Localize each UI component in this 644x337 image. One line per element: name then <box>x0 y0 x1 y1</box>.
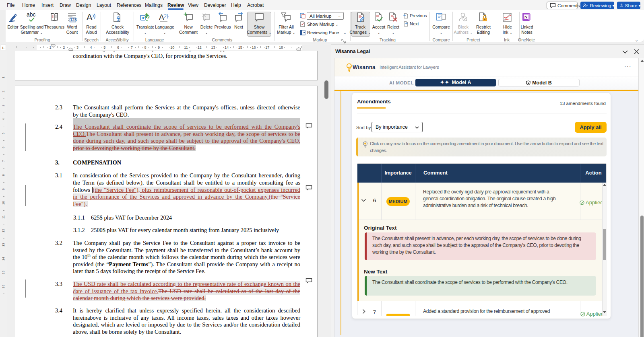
svg-text:가: 가 <box>164 13 169 19</box>
svg-text:N: N <box>524 14 528 19</box>
svg-text:A: A <box>87 12 93 22</box>
svg-text:abc: abc <box>27 12 36 18</box>
svg-text:a: a <box>142 16 144 20</box>
svg-text:あ: あ <box>144 12 150 18</box>
